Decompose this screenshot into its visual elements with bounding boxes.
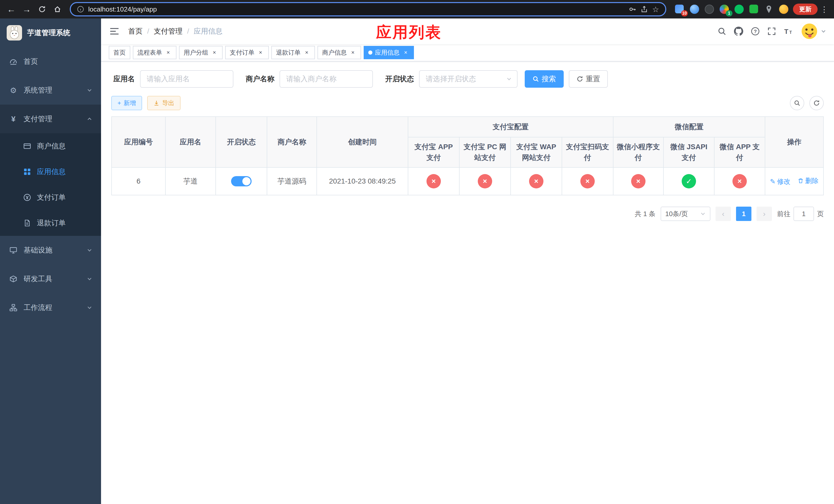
extensions-pin-icon[interactable] bbox=[764, 4, 774, 14]
close-icon[interactable]: × bbox=[164, 49, 172, 56]
password-key-icon[interactable] bbox=[629, 5, 636, 13]
refresh-table-button[interactable] bbox=[809, 96, 824, 110]
reload-icon bbox=[38, 5, 46, 13]
pagination: 共 1 条 10条/页 ‹ 1 › 前往 页 bbox=[111, 207, 824, 221]
add-button[interactable]: + 新增 bbox=[111, 96, 142, 110]
col-header-wx-app: 微信 APP 支付 bbox=[714, 137, 765, 167]
sidebar-item-system[interactable]: ⚙ 系统管理 bbox=[0, 76, 101, 105]
sidebar-item-payment[interactable]: ¥ 支付管理 bbox=[0, 105, 101, 133]
extensions-area: 10 1 bbox=[672, 4, 792, 14]
font-size-icon[interactable]: TT bbox=[784, 27, 793, 36]
tag-merchant-info[interactable]: 商户信息 × bbox=[317, 46, 361, 59]
document-icon bbox=[23, 219, 32, 227]
toggle-knob bbox=[242, 177, 250, 185]
browser-menu-icon[interactable]: ⋮ bbox=[819, 5, 830, 14]
app-shell: 芋道管理系统 首页 ⚙ 系统管理 ¥ 支付管理 bbox=[0, 19, 834, 504]
url-text[interactable]: localhost:1024/pay/app bbox=[88, 5, 624, 13]
col-group-wechat: 微信配置 bbox=[613, 117, 765, 137]
hamburger-icon[interactable] bbox=[109, 25, 120, 37]
sidebar-item-workflow[interactable]: 工作流程 bbox=[0, 293, 101, 322]
col-header-alipay-qr: 支付宝扫码支付 bbox=[562, 137, 613, 167]
sidebar-item-app-info[interactable]: 应用信息 bbox=[0, 159, 101, 185]
gear-icon: ⚙ bbox=[9, 86, 18, 95]
merchant-name-input[interactable] bbox=[280, 70, 373, 88]
breadcrumb-home[interactable]: 首页 bbox=[128, 26, 142, 36]
order-icon bbox=[23, 193, 32, 202]
extension-green-square-icon[interactable] bbox=[749, 4, 759, 14]
close-icon[interactable]: × bbox=[303, 49, 310, 56]
extension-wechat-icon[interactable] bbox=[734, 4, 744, 14]
goto-page-input[interactable] bbox=[793, 207, 814, 221]
col-header-app-id: 应用编号 bbox=[112, 117, 166, 167]
cell-wx-mini: × bbox=[613, 167, 663, 195]
col-header-app-name: 应用名 bbox=[166, 117, 216, 167]
forward-icon: → bbox=[22, 4, 31, 14]
next-page-button[interactable]: › bbox=[756, 207, 772, 221]
tag-app-info[interactable]: 应用信息 × bbox=[364, 46, 414, 59]
sidebar-item-pay-order[interactable]: 支付订单 bbox=[0, 185, 101, 210]
app-name-input[interactable] bbox=[140, 70, 233, 88]
cell-alipay-app: × bbox=[408, 167, 459, 195]
status-select[interactable]: 请选择开启状态 bbox=[419, 70, 518, 88]
toolbar-right bbox=[790, 96, 824, 110]
extension-puzzle-icon[interactable]: 10 bbox=[675, 4, 685, 14]
extension-badge: 1 bbox=[726, 10, 732, 17]
search-icon[interactable] bbox=[718, 27, 726, 36]
user-menu[interactable] bbox=[801, 23, 826, 40]
sidebar-item-label: 支付订单 bbox=[37, 192, 66, 202]
tag-home[interactable]: 首页 bbox=[109, 46, 130, 59]
extension-drop-icon[interactable] bbox=[689, 4, 700, 14]
status-cross-icon: × bbox=[580, 174, 595, 188]
workflow-icon bbox=[9, 303, 18, 312]
tag-refund-order[interactable]: 退款订单 × bbox=[271, 46, 315, 59]
github-icon[interactable] bbox=[734, 27, 743, 36]
sidebar-item-home[interactable]: 首页 bbox=[0, 47, 101, 76]
app-logo: 芋道管理系统 bbox=[0, 19, 101, 47]
browser-forward-button[interactable]: → bbox=[20, 2, 34, 17]
bookmark-star-icon[interactable]: ☆ bbox=[652, 5, 659, 14]
sidebar-item-merchant-info[interactable]: 商户信息 bbox=[0, 133, 101, 159]
sidebar-item-dev-tools[interactable]: 研发工具 bbox=[0, 265, 101, 293]
edit-link[interactable]: ✎修改 bbox=[770, 177, 790, 186]
tag-pay-order[interactable]: 支付订单 × bbox=[225, 46, 269, 59]
site-info-icon[interactable] bbox=[77, 6, 84, 13]
tag-label: 退款订单 bbox=[276, 48, 301, 56]
toggle-search-button[interactable] bbox=[790, 96, 804, 110]
browser-back-button[interactable]: ← bbox=[4, 2, 19, 17]
app-name-label: 应用名 bbox=[113, 74, 135, 84]
close-icon[interactable]: × bbox=[402, 49, 409, 56]
extension-colorful-icon[interactable]: 1 bbox=[719, 4, 729, 14]
browser-update-button[interactable]: 更新 bbox=[793, 4, 818, 15]
close-icon[interactable]: × bbox=[349, 49, 356, 56]
browser-reload-button[interactable] bbox=[35, 2, 49, 17]
browser-home-button[interactable] bbox=[50, 2, 65, 17]
help-icon[interactable]: ? bbox=[751, 27, 760, 36]
tag-process-form[interactable]: 流程表单 × bbox=[133, 46, 176, 59]
credit-card-icon bbox=[23, 142, 32, 150]
close-icon[interactable]: × bbox=[211, 49, 218, 56]
breadcrumb-payment[interactable]: 支付管理 bbox=[154, 26, 182, 36]
prev-page-button[interactable]: ‹ bbox=[716, 207, 731, 221]
search-button[interactable]: 搜索 bbox=[525, 70, 564, 88]
profile-avatar-icon[interactable] bbox=[778, 4, 789, 14]
page-number-1[interactable]: 1 bbox=[736, 207, 751, 221]
share-icon[interactable] bbox=[640, 5, 648, 13]
page-size-select[interactable]: 10条/页 bbox=[661, 207, 710, 221]
fullscreen-icon[interactable] bbox=[767, 27, 776, 36]
extension-dark-icon[interactable] bbox=[704, 4, 715, 14]
sidebar-item-label: 支付管理 bbox=[24, 114, 52, 124]
yen-icon: ¥ bbox=[9, 115, 18, 123]
sidebar-item-infrastructure[interactable]: 基础设施 bbox=[0, 236, 101, 265]
sidebar-item-refund-order[interactable]: 退款订单 bbox=[0, 210, 101, 236]
tag-user-group[interactable]: 用户分组 × bbox=[179, 46, 223, 59]
export-button[interactable]: 导出 bbox=[147, 96, 180, 110]
delete-link[interactable]: 删除 bbox=[797, 176, 819, 185]
status-label: 开启状态 bbox=[385, 74, 414, 84]
close-icon[interactable]: × bbox=[257, 49, 264, 56]
extension-badge: 10 bbox=[681, 10, 688, 17]
reset-button[interactable]: 重置 bbox=[569, 70, 608, 88]
address-bar[interactable]: localhost:1024/pay/app ☆ bbox=[70, 2, 666, 17]
page-content: 应用名 商户名称 开启状态 请选择开启状态 搜索 重置 bbox=[101, 62, 834, 504]
status-toggle[interactable] bbox=[231, 176, 251, 186]
app-title: 芋道管理系统 bbox=[27, 28, 70, 38]
